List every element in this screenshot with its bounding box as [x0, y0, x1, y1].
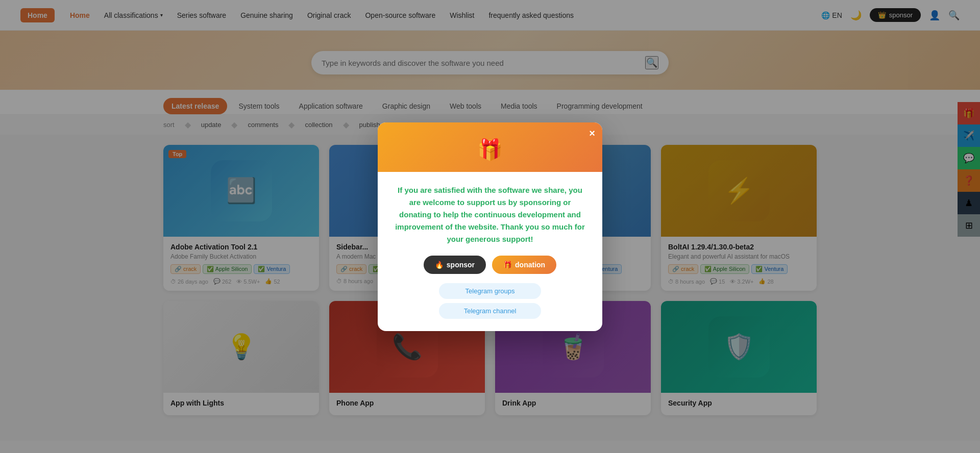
modal-description-text: If you are satisfied with the software w… [392, 184, 588, 245]
telegram-groups-link[interactable]: Telegram groups [439, 283, 541, 299]
flame-icon: 🔥 [435, 261, 444, 269]
sponsor-action-button[interactable]: 🔥 sponsor [424, 256, 486, 274]
modal-links: Telegram groups Telegram channel [392, 283, 588, 319]
modal: × 🎁 If you are satisfied with the softwa… [378, 122, 602, 331]
modal-body: If you are satisfied with the software w… [378, 172, 602, 331]
modal-actions: 🔥 sponsor 🎁 donation [392, 256, 588, 274]
sponsor-action-label: sponsor [447, 261, 475, 269]
donation-action-label: donation [515, 261, 545, 269]
modal-overlay[interactable]: × 🎁 If you are satisfied with the softwa… [0, 0, 980, 453]
modal-close-button[interactable]: × [589, 128, 595, 139]
modal-header: × 🎁 [378, 122, 602, 172]
modal-gift-icon: 🎁 [477, 138, 503, 162]
gift-action-icon: 🎁 [503, 261, 512, 269]
telegram-channel-link[interactable]: Telegram channel [439, 303, 541, 319]
donation-action-button[interactable]: 🎁 donation [492, 256, 556, 274]
